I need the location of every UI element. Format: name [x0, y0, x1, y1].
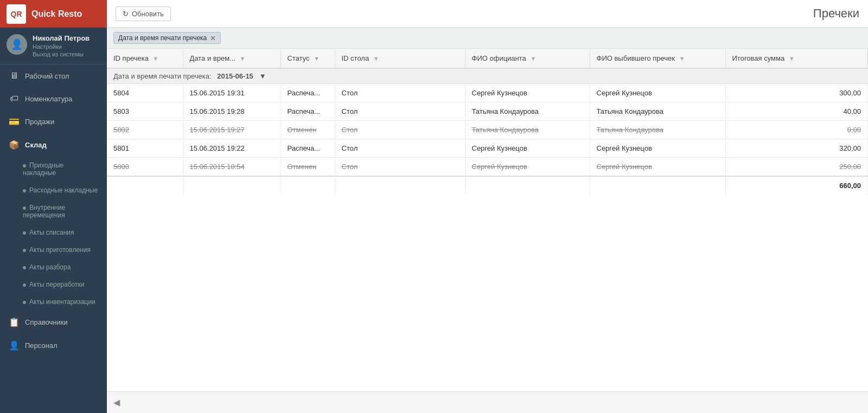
table-body: Дата и время печати пречека: 2015-06-15 …	[107, 68, 868, 195]
cell-date: 15.06.2015 18:54	[183, 158, 280, 177]
cell-date: 15.06.2015 19:22	[183, 139, 280, 158]
top-bar: ↻ Обновить Пречеки	[107, 0, 868, 28]
warehouse-icon: 📦	[9, 140, 20, 150]
workbench-icon: 🖥	[9, 71, 20, 81]
table-row[interactable]: 580115.06.2015 19:22Распеча...СтолСергей…	[107, 139, 868, 158]
logout-link[interactable]: Выход из системы	[33, 51, 90, 57]
cell-waiter: Сергей Кузнецов	[465, 139, 590, 158]
sidebar-subitem-writeoffs[interactable]: Акты списания	[0, 224, 107, 241]
sidebar-subitem-inventory[interactable]: Акты инвентаризации	[0, 293, 107, 311]
cell-waiter: Татьяна Кондаурова	[465, 102, 590, 121]
cell-status: Распеча...	[280, 102, 335, 121]
main-content: ↻ Обновить Пречеки Дата и время печати п…	[107, 0, 868, 413]
cell-status: Отменен	[280, 121, 335, 139]
cell-closer: Татьяна Кондаурова	[590, 102, 725, 121]
sidebar-item-label: Рабочий стол	[25, 72, 69, 80]
cell-id: 5801	[107, 139, 183, 158]
group-row: Дата и время печати пречека: 2015-06-15 …	[107, 68, 868, 84]
cell-waiter: Сергей Кузнецов	[465, 84, 590, 102]
sidebar-item-label: Номенклатура	[25, 95, 72, 103]
cell-closer: Татьяна Кондаурова	[590, 121, 725, 139]
col-header-total[interactable]: Итоговая сумма ▼	[725, 49, 868, 68]
sidebar-header: QR Quick Resto	[0, 0, 107, 28]
cell-status: Распеча...	[280, 139, 335, 158]
cell-id: 5800	[107, 158, 183, 177]
summary-cell-empty	[107, 176, 183, 195]
nav-section: 🖥 Рабочий стол 🏷 Номенклатура 💳 Продажи …	[0, 64, 107, 413]
sidebar-item-guides[interactable]: 📋 Справочники	[0, 311, 107, 334]
app-title: Quick Resto	[31, 9, 82, 19]
sort-arrow-waiter: ▼	[530, 55, 536, 62]
summary-cell-empty	[335, 176, 465, 195]
sidebar-subitem-processing[interactable]: Акты переработки	[0, 276, 107, 293]
cell-status: Распеча...	[280, 84, 335, 102]
col-header-closer[interactable]: ФИО выбившего пречек ▼	[590, 49, 725, 68]
nomenclature-icon: 🏷	[9, 94, 20, 104]
col-header-waiter[interactable]: ФИО официанта ▼	[465, 49, 590, 68]
group-label: Дата и время печати пречека:	[113, 72, 212, 80]
sidebar-item-personnel[interactable]: 👤 Персонал	[0, 334, 107, 357]
sidebar-item-label: Продажи	[25, 118, 54, 126]
sidebar-item-warehouse[interactable]: 📦 Склад	[0, 133, 107, 157]
filter-tag-close[interactable]: ✕	[210, 35, 216, 42]
sort-arrow-total: ▼	[789, 55, 795, 62]
sidebar-item-sales[interactable]: 💳 Продажи	[0, 110, 107, 133]
sidebar-item-workbench[interactable]: 🖥 Рабочий стол	[0, 64, 107, 87]
cell-id: 5802	[107, 121, 183, 139]
sidebar-subitem-prep-acts[interactable]: Акты приготовления	[0, 241, 107, 259]
summary-row: 660,00	[107, 176, 868, 195]
cell-table: Стол	[335, 121, 465, 139]
cell-date: 15.06.2015 19:31	[183, 84, 280, 102]
sidebar-subitem-disassembly[interactable]: Акты разбора	[0, 259, 107, 276]
cell-table: Стол	[335, 158, 465, 177]
guides-icon: 📋	[9, 317, 20, 327]
user-name: Николай Петров	[33, 34, 90, 42]
filter-bar: Дата и время печати пречека ✕	[107, 28, 868, 49]
cell-total: 300,00	[725, 84, 868, 102]
refresh-icon: ↻	[123, 10, 129, 18]
cell-status: Отменен	[280, 158, 335, 177]
cell-total: 0,00	[725, 121, 868, 139]
sidebar-subitem-transfers[interactable]: Внутренние перемещения	[0, 199, 107, 224]
sidebar-item-label: Персонал	[25, 341, 58, 350]
table-row[interactable]: 580215.06.2015 19:27ОтмененСтолТатьяна К…	[107, 121, 868, 139]
cell-waiter: Сергей Кузнецов	[465, 158, 590, 177]
table-row[interactable]: 580415.06.2015 19:31Распеча...СтолСергей…	[107, 84, 868, 102]
cell-closer: Сергей Кузнецов	[590, 84, 725, 102]
summary-cell-empty	[590, 176, 725, 195]
data-table: ID пречека ▼ Дата и врем... ▼ Статус ▼ I…	[107, 49, 868, 195]
group-expand-icon[interactable]: ▼	[259, 72, 266, 80]
refresh-button[interactable]: ↻ Обновить	[116, 7, 171, 21]
scroll-left-icon[interactable]: ◀	[113, 397, 120, 408]
avatar: 👤	[7, 34, 27, 55]
sidebar-subitem-incoming[interactable]: Приходные накладные	[0, 157, 107, 182]
cell-date: 15.06.2015 19:28	[183, 102, 280, 121]
sidebar-subitem-outgoing[interactable]: Расходные накладные	[0, 182, 107, 199]
cell-id: 5804	[107, 84, 183, 102]
sort-arrow-id: ▼	[153, 55, 159, 62]
cell-id: 5803	[107, 102, 183, 121]
sort-arrow-table: ▼	[373, 55, 379, 62]
settings-link[interactable]: Настройки	[33, 43, 90, 50]
table-row[interactable]: 580315.06.2015 19:28Распеча...СтолТатьян…	[107, 102, 868, 121]
col-header-date[interactable]: Дата и врем... ▼	[183, 49, 280, 68]
cell-closer: Сергей Кузнецов	[590, 139, 725, 158]
cell-table: Стол	[335, 139, 465, 158]
cell-total: 40,00	[725, 102, 868, 121]
table-row[interactable]: 580015.06.2015 18:54ОтмененСтолСергей Ку…	[107, 158, 868, 177]
cell-table: Стол	[335, 102, 465, 121]
cell-total: 250,00	[725, 158, 868, 177]
col-header-table[interactable]: ID стола ▼	[335, 49, 465, 68]
sort-arrow-date: ▼	[240, 55, 246, 62]
sidebar-item-label: Справочники	[25, 318, 68, 326]
col-header-id[interactable]: ID пречека ▼	[107, 49, 183, 68]
sort-arrow-status: ▼	[314, 55, 320, 62]
col-header-status[interactable]: Статус ▼	[280, 49, 335, 68]
sidebar-item-nomenclature[interactable]: 🏷 Номенклатура	[0, 87, 107, 110]
user-section: 👤 Николай Петров Настройки Выход из сист…	[0, 28, 107, 64]
filter-tag-label: Дата и время печати пречека	[118, 34, 207, 42]
cell-total: 320,00	[725, 139, 868, 158]
cell-closer: Сергей Кузнецов	[590, 158, 725, 177]
group-value: 2015-06-15	[217, 72, 253, 80]
summary-cell-empty	[465, 176, 590, 195]
